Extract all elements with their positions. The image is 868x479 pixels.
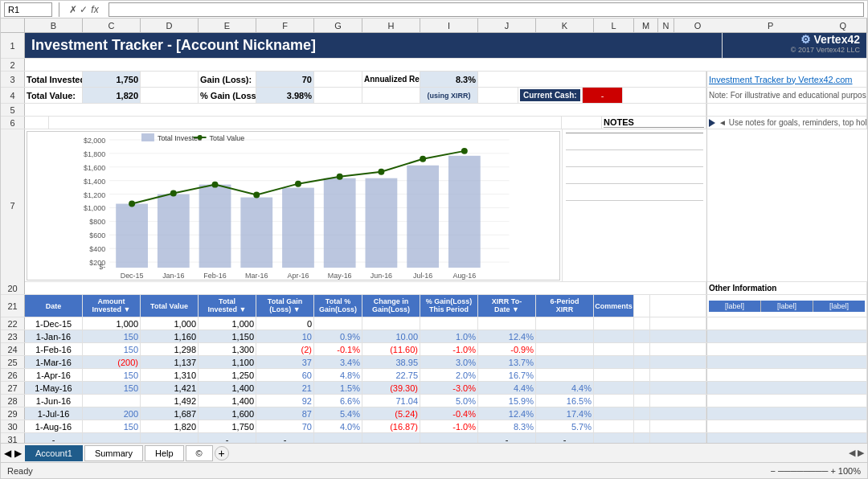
th-total-value: Total Value bbox=[141, 295, 199, 317]
total-value-label: Total Value: bbox=[25, 88, 83, 103]
gain-loss-label: Gain (Loss): bbox=[199, 72, 256, 87]
title-cell: Investment Tracker - [Account Nickname] bbox=[25, 33, 723, 58]
svg-rect-29 bbox=[448, 156, 481, 268]
total-invested-label: Total Invested: bbox=[25, 72, 83, 87]
right-panel-chart bbox=[706, 129, 867, 282]
summary-row-4: 4 Total Value: 1,820 % Gain (Loss): 3.98… bbox=[1, 88, 867, 104]
name-box[interactable]: R1 bbox=[4, 2, 52, 17]
chart-row: 7 bbox=[1, 129, 867, 282]
svg-point-35 bbox=[337, 174, 343, 180]
svg-text:$1,000: $1,000 bbox=[84, 204, 105, 212]
total-value-value[interactable]: 1,820 bbox=[83, 88, 141, 103]
svg-text:Jul-16: Jul-16 bbox=[413, 272, 432, 280]
xirr-sub: (using XIRR) bbox=[420, 88, 478, 103]
col-header-c[interactable]: C bbox=[83, 18, 141, 32]
svg-point-51 bbox=[198, 135, 203, 140]
svg-text:$1,600: $1,600 bbox=[84, 164, 105, 172]
tab-copyright[interactable]: © bbox=[186, 445, 213, 461]
main-area: 1 Investment Tracker - [Account Nickname… bbox=[1, 33, 867, 443]
scroll-bar-area[interactable]: ◀ ▶ bbox=[849, 448, 864, 458]
svg-rect-27 bbox=[366, 178, 398, 268]
svg-text:Jan-16: Jan-16 bbox=[162, 272, 184, 280]
annualized-return-label: Annualized Return: bbox=[362, 72, 420, 87]
svg-text:Feb-16: Feb-16 bbox=[203, 272, 226, 280]
status-bar: Ready − ──────── + 100% bbox=[1, 462, 867, 478]
vertex42-link[interactable]: Investment Tracker by Vertex42.com bbox=[709, 75, 853, 84]
svg-point-34 bbox=[295, 181, 301, 187]
th-date: Date bbox=[25, 295, 83, 317]
col-header-g[interactable]: G bbox=[314, 18, 362, 32]
svg-rect-26 bbox=[324, 178, 356, 268]
add-sheet-button[interactable]: + bbox=[215, 446, 229, 461]
col-header-e[interactable]: E bbox=[199, 18, 256, 32]
row-2: 2 bbox=[1, 59, 867, 72]
sheet-body: 1 Investment Tracker - [Account Nickname… bbox=[1, 33, 867, 443]
col-header-l[interactable]: L bbox=[594, 18, 634, 32]
tab-summary[interactable]: Summary bbox=[84, 445, 143, 461]
formula-bar-row: R1 ✗ ✓ fx bbox=[1, 1, 867, 18]
col-header-i[interactable]: I bbox=[420, 18, 478, 32]
svg-point-32 bbox=[212, 182, 219, 188]
col-header-k[interactable]: K bbox=[536, 18, 594, 32]
table-row: 27 1-May-16 150 1,421 1,400 21 1.5% (39.… bbox=[1, 382, 867, 395]
pct-gain-loss-label: % Gain (Loss): bbox=[199, 88, 256, 103]
gain-loss-value[interactable]: 70 bbox=[256, 72, 314, 87]
svg-rect-23 bbox=[199, 185, 231, 268]
tab-bar: ◀ ▶ Account1 Summary Help © + ◀ ▶ bbox=[1, 443, 867, 462]
col-header-h[interactable]: H bbox=[362, 18, 420, 32]
col-header-op[interactable]: O P Q bbox=[674, 18, 867, 32]
notes-label: NOTES bbox=[602, 117, 706, 129]
ready-status: Ready bbox=[7, 466, 33, 476]
table-row: 23 1-Jan-16 150 1,160 1,150 10 0.9% 10.0… bbox=[1, 330, 867, 343]
th-change-in: Change inGain(Loss) bbox=[362, 295, 420, 317]
th-xirr: XIRR To-Date ▼ bbox=[478, 295, 536, 317]
table-row: 28 1-Jun-16 1,492 1,400 92 6.6% 71.04 5.… bbox=[1, 395, 867, 407]
col-header-b[interactable]: B bbox=[25, 18, 83, 32]
link-cell[interactable]: Investment Tracker by Vertex42.com bbox=[706, 72, 867, 87]
col-header-m[interactable]: M bbox=[634, 18, 658, 32]
svg-text:Apr-16: Apr-16 bbox=[288, 272, 309, 280]
svg-text:$600: $600 bbox=[89, 231, 105, 240]
table-row: 30 1-Aug-16 150 1,820 1,750 70 4.0% (16.… bbox=[1, 420, 867, 433]
formula-input[interactable] bbox=[108, 2, 864, 17]
svg-rect-24 bbox=[240, 198, 272, 268]
pct-gain-loss-value[interactable]: 3.98% bbox=[256, 88, 314, 103]
current-cash-value[interactable]: - bbox=[583, 88, 623, 103]
table-row: 31 - - - - - bbox=[1, 433, 867, 443]
svg-point-33 bbox=[253, 192, 260, 199]
th-total-invested: TotalInvested ▼ bbox=[199, 295, 256, 317]
th-amount: AmountInvested ▼ bbox=[83, 295, 141, 317]
tab-nav-right[interactable]: ▶ bbox=[14, 448, 22, 459]
total-invested-value[interactable]: 1,750 bbox=[83, 72, 141, 87]
svg-rect-21 bbox=[116, 204, 148, 268]
th-pct-period: % Gain(Loss)This Period bbox=[420, 295, 478, 317]
status-right: − ──────── + 100% bbox=[771, 466, 862, 476]
svg-text:Mar-16: Mar-16 bbox=[245, 272, 268, 280]
svg-text:$400: $400 bbox=[89, 245, 105, 253]
chart-svg: $2,000 $1,800 $1,600 $1,400 $1,200 $1,00… bbox=[27, 131, 560, 280]
row-20: 20 Other Information bbox=[1, 282, 867, 295]
col-header-d[interactable]: D bbox=[141, 18, 199, 32]
tab-account1[interactable]: Account1 bbox=[25, 445, 83, 461]
zoom-controls[interactable]: − ──────── + 100% bbox=[771, 466, 862, 476]
annualized-return-value[interactable]: 8.3% bbox=[420, 72, 478, 87]
svg-point-36 bbox=[378, 169, 384, 175]
th-total-pct: Total %Gain(Loss) bbox=[314, 295, 362, 317]
svg-rect-22 bbox=[158, 194, 190, 268]
col-header-j[interactable]: J bbox=[478, 18, 536, 32]
col-header-n[interactable]: N bbox=[658, 18, 674, 32]
title-row: 1 Investment Tracker - [Account Nickname… bbox=[1, 33, 867, 59]
other-info-header: Other Information bbox=[706, 282, 867, 294]
row-5: 5 bbox=[1, 104, 867, 117]
tab-help[interactable]: Help bbox=[145, 445, 184, 461]
svg-rect-25 bbox=[282, 188, 314, 268]
col-header-f[interactable]: F bbox=[256, 18, 314, 32]
svg-text:Jun-16: Jun-16 bbox=[371, 272, 392, 280]
svg-text:$1,200: $1,200 bbox=[84, 191, 105, 199]
notes-arrow: ◄ Use notes for goals, reminders, top ho… bbox=[706, 117, 867, 129]
tab-nav-left[interactable]: ◀ bbox=[4, 448, 11, 459]
logo-text: ⚙ Vertex42 bbox=[800, 33, 861, 46]
svg-text:May-16: May-16 bbox=[328, 272, 352, 280]
logo-area: ⚙ Vertex42 © 2017 Vertex42 LLC bbox=[723, 33, 867, 58]
notes-area bbox=[562, 129, 706, 282]
